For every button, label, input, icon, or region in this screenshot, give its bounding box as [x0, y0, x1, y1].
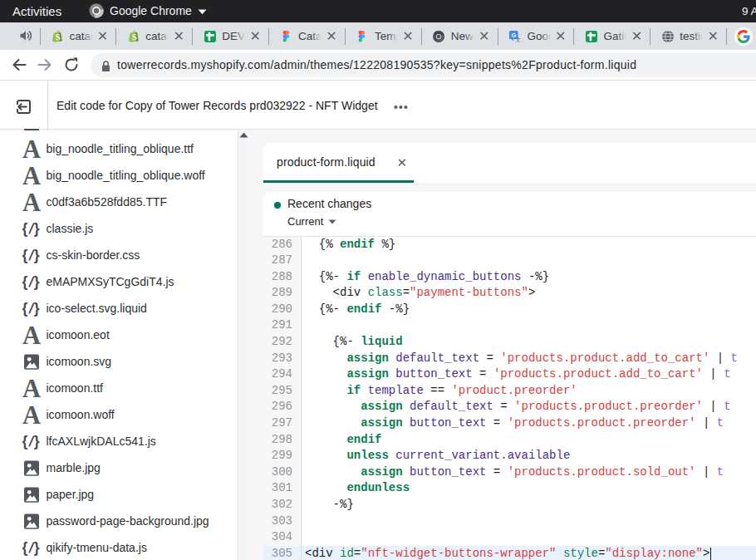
svg-text:{: {	[22, 220, 28, 237]
svg-text:{: {	[22, 247, 28, 263]
svg-text:}: }	[34, 433, 40, 449]
svg-text:{: {	[22, 300, 28, 317]
svg-text:文: 文	[515, 37, 521, 42]
svg-text:}: }	[34, 247, 40, 263]
svg-text:}: }	[34, 273, 40, 290]
svg-text:{: {	[22, 539, 28, 556]
svg-text:{: {	[22, 433, 28, 449]
svg-text:S: S	[131, 32, 137, 42]
svg-text:}: }	[34, 539, 40, 556]
svg-text:}: }	[34, 220, 40, 237]
svg-text:S: S	[55, 32, 61, 42]
svg-text:}: }	[34, 300, 40, 317]
svg-text:{: {	[22, 273, 28, 290]
